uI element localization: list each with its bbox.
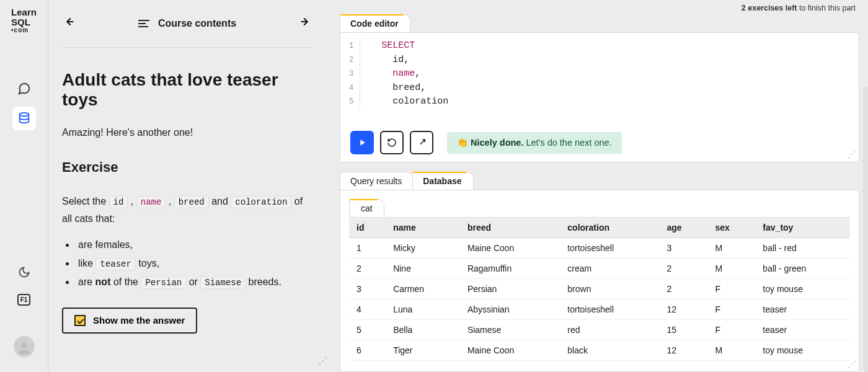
course-contents-button[interactable]: Course contents: [138, 18, 236, 29]
list-item: are females,: [76, 236, 312, 254]
exercise-prompt: Select the id , name , breed and colorat…: [62, 193, 312, 227]
course-nav: Course contents: [62, 15, 312, 48]
table-header: id: [349, 218, 386, 238]
chip-siamese: Siamese: [200, 277, 246, 289]
table-header: sex: [708, 218, 756, 238]
logo: Learn SQL •com: [11, 7, 37, 33]
line-gutter: 12345: [349, 39, 360, 109]
table-header: age: [659, 218, 707, 238]
right-panel: 2 exercises left to finish this part Cod…: [331, 0, 868, 372]
table-header: name: [386, 218, 460, 238]
reset-button[interactable]: [380, 131, 404, 154]
logo-line2: SQL: [11, 17, 37, 27]
table-row: 3CarmenPersianbrown2Ftoy mouse: [349, 279, 850, 299]
table-header: breed: [460, 218, 560, 238]
page-title: Adult cats that love teaser toys: [62, 70, 312, 110]
code-content: SELECT id, name, breed, coloration: [360, 39, 448, 109]
chip-name: name: [136, 196, 166, 208]
tab-query-results[interactable]: Query results: [340, 172, 414, 190]
chip-coloration: coloration: [231, 196, 291, 208]
tab-code-editor[interactable]: Code editor: [340, 14, 410, 32]
resize-handle-icon[interactable]: ⋰: [848, 149, 856, 159]
results-tab-strip: Query results Database: [340, 171, 859, 190]
logo-line1: Learn: [11, 7, 37, 17]
tab-database[interactable]: Database: [412, 172, 473, 190]
help-f1-icon[interactable]: F1: [12, 288, 36, 311]
show-answer-button[interactable]: Show me the answer: [62, 308, 197, 334]
chat-icon[interactable]: [12, 77, 36, 100]
chip-persian: Persian: [141, 277, 186, 289]
exercise-heading: Exercise: [62, 159, 312, 175]
left-rail: Learn SQL •com F1: [0, 0, 48, 372]
chip-teaser: teaser: [95, 258, 135, 270]
code-editor[interactable]: 12345 SELECT id, name, breed, coloration: [340, 33, 859, 109]
list-item: are not of the Persian or Siamese breeds…: [76, 273, 312, 291]
table-row: 1MickyMaine Coontortoiseshell3Mball - re…: [349, 238, 850, 259]
database-card: cat idnamebreedcolorationagesexfav_toy 1…: [340, 190, 859, 372]
resize-handle-icon[interactable]: ⋰: [318, 356, 328, 365]
code-editor-card: 12345 SELECT id, name, breed, coloration…: [340, 32, 859, 162]
avatar[interactable]: [14, 336, 35, 357]
table-header: fav_toy: [755, 218, 850, 238]
run-button[interactable]: [350, 131, 374, 154]
night-mode-icon[interactable]: [12, 260, 36, 284]
scrollbar[interactable]: [863, 87, 868, 372]
svg-point-0: [19, 113, 29, 117]
list-item: like teaser toys,: [76, 254, 312, 273]
editor-tab-strip: Code editor: [340, 14, 859, 32]
show-answer-label: Show me the answer: [93, 315, 185, 326]
course-contents-label: Course contents: [158, 18, 236, 29]
share-button[interactable]: [410, 131, 433, 154]
next-arrow-icon[interactable]: [299, 15, 312, 32]
prev-arrow-icon[interactable]: [62, 15, 76, 32]
editor-controls: 👏 Nicely done. Let's do the next one.: [340, 123, 859, 162]
table-row: 4LunaAbyssiniantortoiseshell12Fteaser: [349, 299, 850, 320]
table-wrapper: idnamebreedcolorationagesexfav_toy 1Mick…: [349, 217, 850, 361]
chip-breed: breed: [174, 196, 209, 208]
success-message: 👏 Nicely done. Let's do the next one.: [447, 132, 622, 154]
menu-icon: [138, 20, 149, 27]
check-icon: [74, 315, 86, 326]
table-row: 6TigerMaine Coonblack12Mtoy mouse: [349, 340, 850, 361]
intro-line: Amazing! Here's another one!: [62, 127, 312, 138]
database-icon[interactable]: [12, 107, 36, 130]
table-row: 2NineRagamuffincream2Mball - green: [349, 259, 850, 279]
resize-handle-icon[interactable]: ⋰: [848, 359, 856, 369]
logo-line3: •com: [11, 27, 37, 34]
cat-table: idnamebreedcolorationagesexfav_toy 1Mick…: [349, 218, 850, 361]
requirements-list: are females, like teaser toys, are not o…: [76, 236, 312, 291]
lesson-panel: Course contents Adult cats that love tea…: [48, 0, 331, 372]
table-row: 5BellaSiamesered15Fteaser: [349, 320, 850, 340]
chip-id: id: [109, 196, 128, 208]
tab-cat-table[interactable]: cat: [349, 199, 384, 217]
table-tab-strip: cat: [340, 190, 859, 217]
progress-info: 2 exercises left to finish this part: [340, 0, 859, 14]
table-header: coloration: [560, 218, 659, 238]
clap-icon: 👏: [457, 138, 471, 148]
